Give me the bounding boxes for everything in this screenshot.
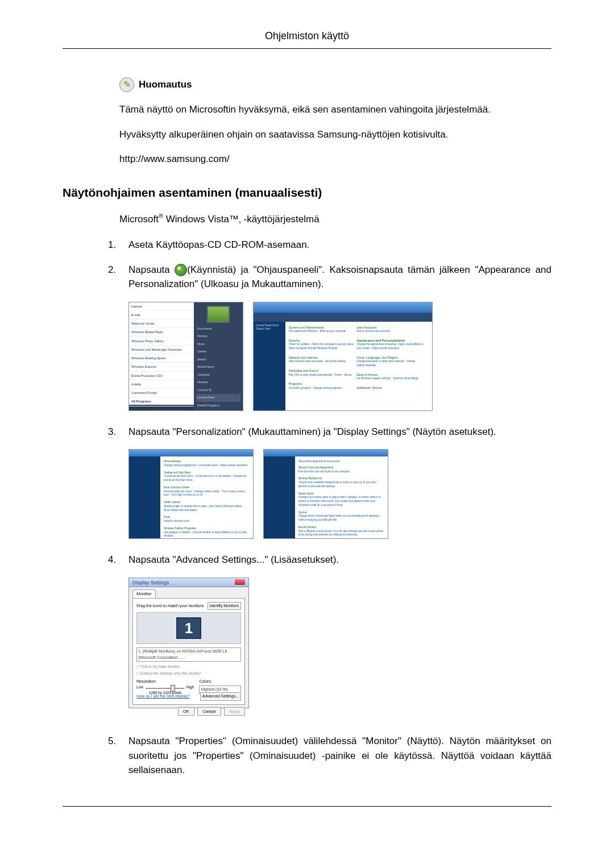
startmenu-right-item: Default Programs	[196, 402, 240, 410]
cp-item: Network and InternetView network status …	[289, 355, 356, 364]
resolution-slider	[146, 688, 184, 689]
step-4-text: Napsauta "Advanced Settings..." (Lisäase…	[128, 553, 551, 567]
screenshot-appearance-personalization: PersonalizationChange desktop background…	[128, 449, 254, 539]
registered-mark: ®	[159, 213, 163, 219]
cp-item: System and MaintenanceGet started with W…	[289, 325, 356, 334]
step-3-number: 3.	[108, 425, 128, 439]
colors-label: Colors:	[199, 679, 241, 685]
startmenu-item: Windows Live Messenger Download	[129, 346, 194, 354]
screenshot-display-settings: Display Settings Monitor Drag the icons …	[128, 578, 551, 717]
resolution-label: Resolution:	[136, 679, 194, 685]
startmenu-item: Windows Explorer	[129, 363, 194, 371]
help-link: How do I get the best display?	[136, 693, 190, 700]
windows-start-icon	[175, 264, 187, 276]
step-1-number: 1.	[108, 238, 128, 252]
note-url: http://www.samsung.com/	[119, 152, 551, 167]
identify-monitors-button: Identify Monitors	[208, 602, 241, 610]
ap-item: FontsInstall or remove a font	[164, 516, 250, 524]
startmenu-right-item: Games	[196, 348, 240, 356]
screenshot-start-menu: Internet E-mail Welcome Center Windows M…	[128, 302, 243, 411]
note-line-1: Tämä näyttö on Microsoftin hyväksymä, ei…	[119, 102, 551, 117]
monitor-tab: Monitor	[132, 589, 156, 598]
monitor-1-icon: 1	[176, 617, 201, 639]
startmenu-right-item: Search	[196, 356, 240, 364]
note-icon: ✎	[119, 77, 134, 92]
cp-item: Ease of AccessLet Windows suggest settin…	[356, 372, 424, 381]
startmenu-item: Internet	[129, 302, 194, 311]
startmenu-all-programs: All Programs	[129, 397, 194, 406]
startmenu-item: E-mail	[129, 311, 194, 319]
ap-item: Folder OptionsSpecify single- or double-…	[164, 501, 250, 512]
startmenu-right-item: Recent Items	[196, 363, 240, 371]
check-main-monitor: ☐ This is my main monitor	[136, 664, 241, 670]
display-settings-title: Display Settings	[132, 579, 169, 585]
resolution-high: High	[186, 684, 194, 690]
ap-item: PersonalizationChange desktop background…	[164, 460, 250, 468]
startmenu-item: Windows Media Player	[129, 328, 194, 337]
step-5: 5. Napsauta "Properties" (Ominaisuudet) …	[108, 734, 551, 778]
screenshot-control-panel: Control Panel Home Classic View System a…	[253, 302, 433, 411]
section-heading: Näytönohjaimen asentaminen (manuaalisest…	[63, 184, 551, 202]
page-header: Ohjelmiston käyttö	[63, 28, 551, 44]
step-2: 2. Napsauta (Käynnistä) ja "Ohjauspaneel…	[108, 263, 551, 292]
cancel-button: Cancel	[197, 707, 221, 716]
header-divider	[63, 48, 551, 49]
monitor-select: 1. (Multiple Monitors) on NVIDIA GeForce…	[136, 647, 241, 662]
check-extend-desktop: ☐ Extend the desktop onto this monitor	[136, 671, 241, 676]
step-4-number: 4.	[108, 553, 128, 567]
ok-button: OK	[178, 707, 194, 716]
pers-item: Window Color and AppearanceFine tune the…	[298, 466, 384, 474]
cp-item: SecurityCheck for updates · Check this c…	[289, 338, 356, 351]
step-2-number: 2.	[108, 263, 128, 292]
startmenu-item: Welcome Center	[129, 319, 194, 328]
cp-item: ProgramsUninstall a program · Change sta…	[289, 381, 356, 390]
startmenu-item: Windows Photo Gallery	[129, 337, 194, 346]
screenshot-row-2: PersonalizationChange desktop background…	[128, 449, 551, 539]
startmenu-item: Command Prompt	[129, 389, 194, 397]
startmenu-item: Windows Meeting Space	[129, 354, 194, 363]
note-line-2: Hyväksytty alkuperäinen ohjain on saatav…	[119, 127, 551, 142]
startmenu-right-item: Network	[196, 379, 240, 387]
cp-sidebar-item: Classic View	[256, 327, 283, 331]
personalization-heading: Personalize appearance and sounds	[298, 460, 384, 464]
screenshot-row-1: Internet E-mail Welcome Center Windows M…	[128, 302, 551, 411]
drag-icons-text: Drag the icons to match your monitors.	[136, 603, 205, 609]
startmenu-right-item: Pictures	[196, 333, 240, 340]
step-2-text-a: Napsauta	[128, 264, 175, 275]
step-4: 4. Napsauta "Advanced Settings..." (Lisä…	[108, 553, 551, 567]
monitor-preview-area: 1	[136, 612, 241, 644]
subheading-prefix: Microsoft	[119, 214, 159, 225]
step-1-text: Aseta Käyttöopas-CD CD-ROM-asemaan.	[128, 238, 551, 252]
step-3: 3. Napsauta "Personalization" (Mukauttam…	[108, 425, 551, 439]
step-2-text-b: (Käynnistä) ja "Ohjauspaneeli". Kaksoisn…	[128, 264, 551, 290]
step-5-number: 5.	[108, 734, 128, 778]
footer-divider	[63, 806, 551, 807]
ap-item: Windows Sidebar PropertiesAdd gadgets to…	[164, 527, 250, 538]
cp-item-appearance-personalization: Appearance and PersonalizationChange the…	[356, 338, 424, 351]
startmenu-right-item: Help and Support	[196, 409, 240, 411]
startmenu-right-item: Documents	[196, 325, 240, 333]
pers-item: Mouse PointersPick a different mouse poi…	[298, 526, 384, 537]
note-title: Huomautus	[139, 77, 192, 92]
cp-item: Additional Options	[356, 385, 424, 391]
step-2-text: Napsauta (Käynnistä) ja "Ohjauspaneeli".…	[128, 263, 551, 292]
startmenu-control-panel-highlighted: Control Panel	[196, 394, 240, 402]
cp-sidebar-item: Control Panel Home	[256, 324, 283, 328]
startmenu-right-item: Connect To	[196, 387, 240, 394]
advanced-settings-button: Advanced Settings...	[200, 692, 241, 701]
startmenu-right-item: Music	[196, 340, 240, 348]
step-1: 1. Aseta Käyttöopas-CD CD-ROM-asemaan.	[108, 238, 551, 252]
startmenu-right-item: Computer	[196, 371, 240, 379]
startmenu-item: Antella	[129, 380, 194, 389]
resolution-low: Low	[136, 684, 143, 690]
pers-item: SoundsChange which sounds are heard when…	[298, 511, 384, 522]
cp-item: User AccountsAdd or remove user accounts	[356, 325, 424, 334]
step-3-text: Napsauta "Personalization" (Mukauttamine…	[128, 425, 551, 439]
note-block: ✎ Huomautus Tämä näyttö on Microsoftin h…	[119, 77, 551, 167]
close-icon	[235, 579, 245, 585]
pers-item: Screen SaverChange your screen saver or …	[298, 492, 384, 508]
startmenu-user-picture	[207, 306, 230, 323]
ap-item: Taskbar and Start MenuCustomize the Star…	[164, 471, 250, 483]
startmenu-item: Extras Promotion CSV	[129, 372, 194, 380]
cp-item: Clock, Language, and RegionChange keyboa…	[356, 355, 424, 368]
